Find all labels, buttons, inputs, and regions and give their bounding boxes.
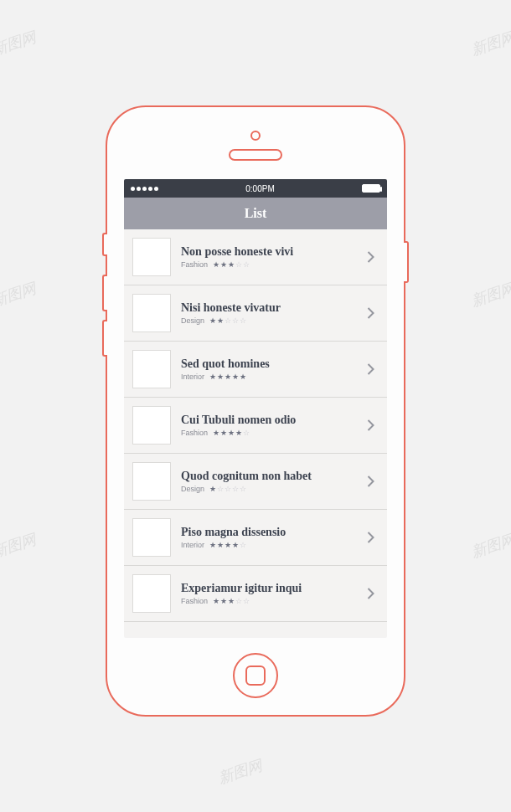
rating-stars: ★☆☆☆☆ — [209, 486, 246, 493]
list-item-subline: Interior★★★★★ — [181, 373, 362, 381]
list-item-subline: Fashion★★★★☆ — [181, 429, 362, 437]
thumbnail — [132, 294, 171, 332]
phone-frame: 0:00PM List Non posse honeste viviFashio… — [106, 105, 405, 717]
watermark: 新图网 — [469, 27, 511, 60]
screen: 0:00PM List Non posse honeste viviFashio… — [124, 179, 387, 638]
star-filled-icon: ★ — [232, 373, 239, 381]
home-button-icon — [245, 666, 266, 686]
star-filled-icon: ★ — [225, 373, 231, 381]
list[interactable]: Non posse honeste viviFashion★★★☆☆Nisi h… — [124, 229, 387, 622]
star-filled-icon: ★ — [220, 598, 227, 605]
list-item[interactable]: Sed quot hominesInterior★★★★★ — [124, 342, 387, 398]
list-item-category: Design — [181, 485, 204, 493]
list-item[interactable]: Nisi honeste vivaturDesign★★☆☆☆ — [124, 285, 387, 342]
list-item-body: Piso magna dissensioInterior★★★★☆ — [171, 526, 362, 549]
watermark: 新图网 — [469, 529, 511, 563]
thumbnail — [132, 350, 171, 388]
nav-bar: List — [124, 198, 387, 229]
volume-up-button[interactable] — [102, 275, 107, 311]
list-item-body: Nisi honeste vivaturDesign★★☆☆☆ — [171, 301, 362, 325]
speaker-icon — [229, 149, 282, 161]
list-item-category: Design — [181, 316, 204, 325]
star-empty-icon: ☆ — [232, 486, 239, 493]
star-empty-icon: ☆ — [235, 261, 242, 269]
star-filled-icon: ★ — [217, 373, 224, 381]
star-filled-icon: ★ — [235, 429, 242, 437]
mute-switch[interactable] — [102, 233, 107, 256]
star-filled-icon: ★ — [209, 486, 216, 493]
chevron-right-icon — [362, 475, 379, 487]
list-item-title: Sed quot homines — [181, 357, 362, 371]
star-filled-icon: ★ — [232, 542, 239, 549]
list-item-body: Sed quot hominesInterior★★★★★ — [171, 357, 362, 381]
chevron-right-icon — [362, 419, 379, 431]
star-filled-icon: ★ — [217, 317, 224, 325]
thumbnail — [132, 574, 171, 613]
list-item-subline: Design★★☆☆☆ — [181, 316, 362, 325]
rating-stars: ★★★★☆ — [213, 429, 250, 437]
star-filled-icon: ★ — [228, 598, 235, 605]
list-item-subline: Fashion★★★☆☆ — [181, 260, 362, 269]
list-item-category: Fashion — [181, 260, 208, 269]
watermark: 新图网 — [0, 278, 39, 311]
star-empty-icon: ☆ — [240, 486, 246, 493]
chevron-right-icon — [362, 363, 379, 375]
list-item-category: Interior — [181, 541, 204, 549]
rating-stars: ★★★☆☆ — [213, 261, 250, 269]
battery-icon — [362, 184, 380, 193]
thumbnail — [132, 238, 171, 276]
star-filled-icon: ★ — [220, 429, 227, 437]
watermark: 新图网 — [0, 529, 39, 563]
star-filled-icon: ★ — [209, 373, 216, 381]
watermark: 新图网 — [469, 278, 511, 311]
star-filled-icon: ★ — [213, 429, 219, 437]
star-filled-icon: ★ — [213, 598, 219, 605]
volume-down-button[interactable] — [102, 320, 107, 357]
star-filled-icon: ★ — [217, 542, 224, 549]
thumbnail — [132, 406, 171, 445]
star-filled-icon: ★ — [209, 317, 216, 325]
list-item[interactable]: Non posse honeste viviFashion★★★☆☆ — [124, 229, 387, 285]
thumbnail — [132, 518, 171, 557]
chevron-right-icon — [362, 588, 379, 599]
rating-stars: ★★★☆☆ — [213, 598, 250, 605]
star-empty-icon: ☆ — [243, 598, 250, 605]
chevron-right-icon — [362, 532, 379, 543]
watermark: 新图网 — [0, 27, 39, 60]
list-item[interactable]: Experiamur igitur inquiFashion★★★☆☆ — [124, 566, 387, 622]
list-item-subline: Fashion★★★☆☆ — [181, 597, 362, 605]
list-item-title: Piso magna dissensio — [181, 526, 362, 539]
star-empty-icon: ☆ — [235, 598, 242, 605]
list-item-title: Cui Tubuli nomen odio — [181, 414, 362, 427]
rating-stars: ★★★★☆ — [209, 542, 246, 549]
status-bar: 0:00PM — [124, 179, 387, 198]
list-item-title: Quod cognitum non habet — [181, 470, 362, 483]
list-item[interactable]: Piso magna dissensioInterior★★★★☆ — [124, 510, 387, 566]
star-empty-icon: ☆ — [240, 542, 246, 549]
rating-stars: ★★☆☆☆ — [209, 317, 246, 325]
list-item-subline: Design★☆☆☆☆ — [181, 485, 362, 493]
star-filled-icon: ★ — [228, 429, 235, 437]
star-empty-icon: ☆ — [217, 486, 224, 493]
star-empty-icon: ☆ — [232, 317, 239, 325]
page-title: List — [245, 206, 267, 221]
star-empty-icon: ☆ — [243, 261, 250, 269]
list-item-subline: Interior★★★★☆ — [181, 541, 362, 549]
rating-stars: ★★★★★ — [209, 373, 246, 381]
list-item-body: Quod cognitum non habetDesign★☆☆☆☆ — [171, 470, 362, 493]
watermark: 新图网 — [216, 755, 266, 789]
star-filled-icon: ★ — [209, 542, 216, 549]
home-button[interactable] — [233, 653, 278, 698]
list-item-title: Experiamur igitur inqui — [181, 582, 362, 595]
list-item[interactable]: Cui Tubuli nomen odioFashion★★★★☆ — [124, 398, 387, 454]
list-item-body: Non posse honeste viviFashion★★★☆☆ — [171, 245, 362, 269]
star-empty-icon: ☆ — [243, 429, 250, 437]
chevron-right-icon — [362, 251, 379, 263]
list-item[interactable]: Quod cognitum non habetDesign★☆☆☆☆ — [124, 454, 387, 510]
power-button[interactable] — [404, 241, 409, 283]
star-filled-icon: ★ — [225, 542, 231, 549]
list-item-title: Non posse honeste vivi — [181, 245, 362, 259]
star-empty-icon: ☆ — [225, 486, 231, 493]
camera-icon — [250, 131, 261, 141]
list-item-category: Fashion — [181, 429, 208, 437]
